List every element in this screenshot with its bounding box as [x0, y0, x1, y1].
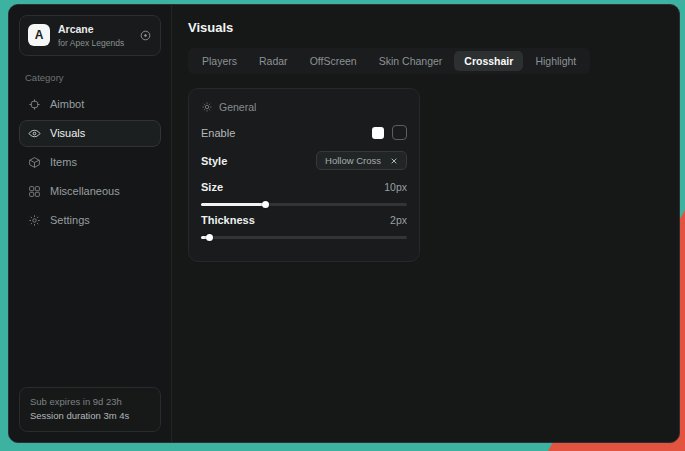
sidebar-item-aimbot[interactable]: Aimbot — [19, 91, 161, 118]
thickness-slider-thumb[interactable] — [206, 234, 213, 241]
size-slider-thumb[interactable] — [262, 201, 269, 208]
thickness-label: Thickness — [201, 214, 255, 226]
category-label: Category — [25, 72, 161, 83]
app-title: Arcane — [58, 23, 124, 36]
thickness-slider-head: Thickness 2px — [201, 214, 407, 226]
tab-crosshair[interactable]: Crosshair — [454, 51, 523, 71]
size-value: 10px — [384, 181, 407, 193]
size-label: Size — [201, 181, 223, 193]
crosshair-icon — [28, 98, 41, 111]
tab-skin-changer[interactable]: Skin Changer — [369, 51, 453, 71]
enable-keybind-box[interactable] — [392, 125, 407, 140]
style-select[interactable]: Hollow Cross — [316, 151, 407, 170]
desktop-background: A Arcane for Apex Legends Category Aimbo… — [0, 0, 685, 451]
tab-bar: PlayersRadarOffScreenSkin ChangerCrossha… — [188, 48, 590, 74]
tab-players[interactable]: Players — [192, 51, 247, 71]
app-subtitle: for Apex Legends — [58, 38, 124, 48]
session-duration-text: Session duration 3m 4s — [30, 409, 150, 424]
size-slider-fill — [201, 203, 265, 206]
size-slider[interactable] — [201, 200, 407, 208]
eye-icon — [28, 127, 41, 140]
app-window: A Arcane for Apex Legends Category Aimbo… — [8, 4, 680, 443]
gear-icon — [28, 214, 41, 227]
sidebar-item-label: Visuals — [50, 127, 85, 139]
general-panel: General Enable Style Hollow Cross — [188, 88, 420, 262]
thickness-slider[interactable] — [201, 233, 407, 241]
enable-row: Enable — [201, 125, 407, 140]
size-slider-head: Size 10px — [201, 181, 407, 193]
tab-offscreen[interactable]: OffScreen — [300, 51, 367, 71]
section-title: General — [219, 101, 256, 113]
sidebar-item-visuals[interactable]: Visuals — [19, 120, 161, 147]
sub-expires-text: Sub expires in 9d 23h — [30, 395, 150, 410]
app-header-text: Arcane for Apex Legends — [58, 23, 124, 48]
tab-highlight[interactable]: Highlight — [525, 51, 586, 71]
sidebar-item-label: Settings — [50, 214, 90, 226]
sidebar-item-label: Items — [50, 156, 77, 168]
style-label: Style — [201, 155, 227, 167]
subscription-info: Sub expires in 9d 23h Session duration 3… — [19, 387, 161, 432]
page-title: Visuals — [188, 20, 663, 35]
app-header: A Arcane for Apex Legends — [19, 15, 161, 56]
style-value: Hollow Cross — [325, 155, 381, 166]
sidebar-item-label: Miscellaneous — [50, 185, 120, 197]
thickness-row: Thickness 2px — [201, 214, 407, 241]
thickness-value: 2px — [390, 214, 407, 226]
sidebar-item-settings[interactable]: Settings — [19, 207, 161, 234]
sidebar: A Arcane for Apex Legends Category Aimbo… — [9, 5, 172, 442]
main-content: Visuals PlayersRadarOffScreenSkin Change… — [172, 5, 679, 442]
panel-section-header: General — [201, 101, 407, 113]
style-row: Style Hollow Cross — [201, 151, 407, 170]
grid-icon — [28, 185, 41, 198]
thickness-slider-track — [201, 236, 407, 239]
target-icon[interactable] — [139, 29, 152, 42]
sidebar-item-label: Aimbot — [50, 98, 84, 110]
sidebar-nav: AimbotVisualsItemsMiscellaneousSettings — [19, 91, 161, 234]
sidebar-item-miscellaneous[interactable]: Miscellaneous — [19, 178, 161, 205]
app-logo: A — [28, 24, 50, 46]
enable-checkbox[interactable] — [372, 127, 384, 139]
size-row: Size 10px — [201, 181, 407, 208]
enable-controls — [372, 125, 407, 140]
sidebar-item-items[interactable]: Items — [19, 149, 161, 176]
tab-radar[interactable]: Radar — [249, 51, 298, 71]
clear-style-icon[interactable] — [390, 157, 398, 165]
package-icon — [28, 156, 41, 169]
enable-label: Enable — [201, 127, 235, 139]
sun-icon — [201, 101, 213, 113]
